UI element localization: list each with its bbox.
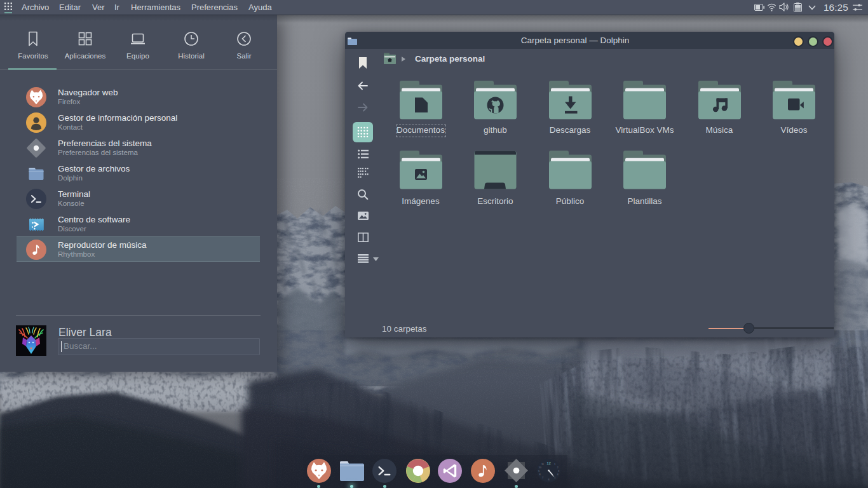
svg-text:12: 12	[546, 461, 551, 465]
svg-text:10: 10	[539, 466, 542, 469]
